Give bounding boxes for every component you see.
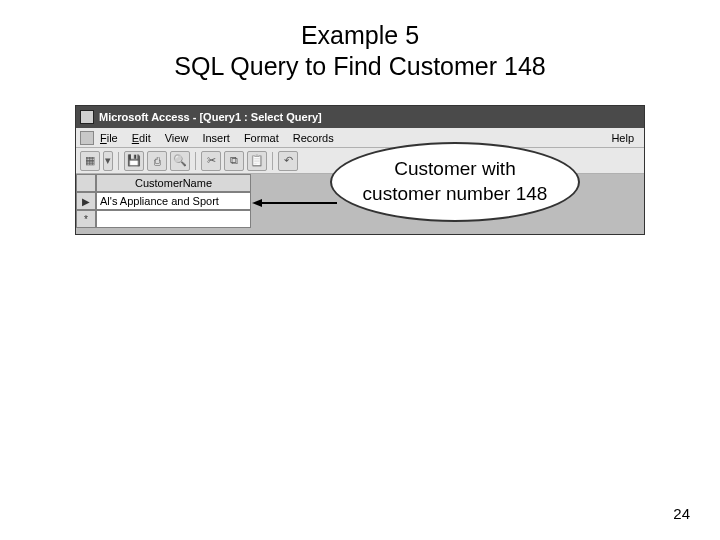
cell-customer-row1[interactable]: Al's Appliance and Sport: [96, 192, 251, 210]
toolbar-separator: [118, 152, 119, 170]
callout-bubble: Customer with customer number 148: [330, 142, 580, 222]
menu-records[interactable]: Records: [293, 132, 334, 144]
row-selector-new[interactable]: *: [76, 210, 96, 228]
menu-view[interactable]: View: [165, 132, 189, 144]
paste-button[interactable]: 📋: [247, 151, 267, 171]
window-title: Microsoft Access - [Query1 : Select Quer…: [99, 111, 322, 123]
cut-button[interactable]: ✂: [201, 151, 221, 171]
print-button[interactable]: ⎙: [147, 151, 167, 171]
undo-button[interactable]: ↶: [278, 151, 298, 171]
mdi-restore-icon[interactable]: [80, 131, 94, 145]
view-button[interactable]: ▦: [80, 151, 100, 171]
title-line-1: Example 5: [301, 21, 419, 49]
row-selector-column: ▶ *: [76, 174, 96, 234]
view-dropdown-icon[interactable]: ▾: [103, 151, 113, 171]
menu-format[interactable]: Format: [244, 132, 279, 144]
menu-file[interactable]: File: [100, 132, 118, 144]
menu-insert[interactable]: Insert: [202, 132, 230, 144]
slide-title: Example 5 SQL Query to Find Customer 148: [0, 20, 720, 83]
select-all-corner[interactable]: [76, 174, 96, 192]
cell-new-row[interactable]: [96, 210, 251, 228]
preview-button[interactable]: 🔍: [170, 151, 190, 171]
customer-name-column: CustomerName Al's Appliance and Sport: [96, 174, 251, 234]
callout-text-line1: Customer with: [394, 158, 515, 179]
callout-text-line2: customer number 148: [363, 183, 548, 204]
copy-button[interactable]: ⧉: [224, 151, 244, 171]
access-app-icon: [80, 110, 94, 124]
titlebar: Microsoft Access - [Query1 : Select Quer…: [76, 106, 644, 128]
menu-help[interactable]: Help: [611, 132, 634, 144]
page-number: 24: [673, 505, 690, 522]
toolbar-separator-2: [195, 152, 196, 170]
svg-marker-1: [252, 199, 262, 207]
save-button[interactable]: 💾: [124, 151, 144, 171]
toolbar-separator-3: [272, 152, 273, 170]
column-header-customername[interactable]: CustomerName: [96, 174, 251, 192]
title-line-2: SQL Query to Find Customer 148: [174, 52, 545, 80]
row-selector-current[interactable]: ▶: [76, 192, 96, 210]
callout-arrow-icon: [252, 194, 337, 196]
menubar: File Edit View Insert Format Records Hel…: [76, 128, 644, 148]
menu-edit[interactable]: Edit: [132, 132, 151, 144]
